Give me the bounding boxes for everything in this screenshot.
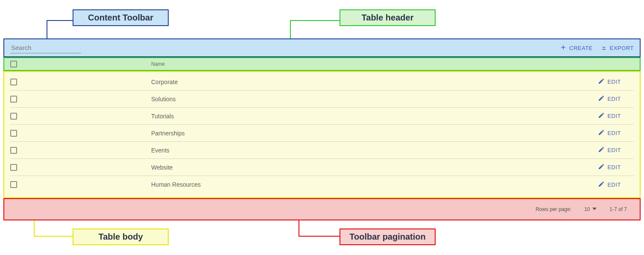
row-check-cell [10,113,151,120]
row-checkbox[interactable] [10,181,17,188]
callout-header: Table header [340,9,436,26]
select-all-checkbox[interactable] [10,61,17,67]
row-checkbox[interactable] [10,96,17,103]
edit-button[interactable]: EDIT [598,112,634,120]
table-body: CorporateEDITSolutionsEDITTutorialsEDITP… [3,71,641,198]
table-row[interactable]: WebsiteEDIT [10,159,634,176]
row-name: Website [151,164,598,171]
edit-label: EDIT [607,113,621,119]
callout-body: Table body [73,229,169,245]
pencil-icon [598,181,605,189]
table-row[interactable]: PartnershipsEDIT [10,125,634,142]
row-check-cell [10,96,151,103]
data-table-card: CREATE EXPORT Name CorporateEDITSolution… [3,38,641,220]
edit-label: EDIT [607,96,621,102]
edit-button[interactable]: EDIT [598,181,634,189]
row-checkbox[interactable] [10,79,17,85]
create-button[interactable]: CREATE [560,44,593,52]
table-row[interactable]: SolutionsEDIT [10,91,634,108]
pencil-icon [598,95,605,103]
svg-marker-2 [592,208,597,210]
edit-label: EDIT [607,164,621,170]
pencil-icon [598,78,605,86]
table-row[interactable]: TutorialsEDIT [10,108,634,125]
table-row[interactable]: EventsEDIT [10,142,634,159]
search-input[interactable] [10,42,81,53]
column-header-name[interactable]: Name [151,61,165,67]
row-checkbox[interactable] [10,113,17,120]
row-checkbox[interactable] [10,147,17,154]
row-checkbox[interactable] [10,164,17,171]
row-name: Human Resources [151,181,598,188]
row-name: Tutorials [151,113,598,120]
search-wrap [10,42,552,53]
edit-button[interactable]: EDIT [598,129,634,137]
row-checkbox[interactable] [10,130,17,137]
rows-per-page-label: Rows per page: [536,206,571,212]
edit-button[interactable]: EDIT [598,95,634,103]
row-check-cell [10,147,151,154]
create-label: CREATE [569,45,593,51]
callout-toolbar: Content Toolbar [73,9,169,26]
toolbar-pagination: Rows per page: 10 1-7 of 7 [3,198,641,220]
rows-per-page-select[interactable]: 10 [584,206,597,212]
edit-button[interactable]: EDIT [598,78,634,86]
pencil-icon [598,129,605,137]
callout-pagination: Toolbar pagination [340,229,436,245]
caret-down-icon [592,206,597,212]
pencil-icon [598,163,605,171]
table-header: Name [3,57,641,71]
rows-per-page-value: 10 [584,206,590,212]
edit-button[interactable]: EDIT [598,163,634,171]
export-label: EXPORT [610,45,634,51]
pencil-icon [598,146,605,154]
pagination-range: 1-7 of 7 [609,206,627,212]
row-check-cell [10,79,151,85]
edit-button[interactable]: EDIT [598,146,634,154]
row-name: Corporate [151,79,598,85]
row-check-cell [10,181,151,188]
row-check-cell [10,130,151,137]
export-button[interactable]: EXPORT [600,44,634,52]
plus-icon [560,44,567,52]
edit-label: EDIT [607,79,621,85]
edit-label: EDIT [607,130,621,136]
pencil-icon [598,112,605,120]
content-toolbar: CREATE EXPORT [3,38,641,57]
edit-label: EDIT [607,147,621,153]
row-check-cell [10,164,151,171]
row-name: Events [151,147,598,154]
row-name: Solutions [151,96,598,103]
download-icon [600,44,607,52]
row-name: Partnerships [151,130,598,137]
table-row[interactable]: Human ResourcesEDIT [10,176,634,193]
edit-label: EDIT [607,182,621,188]
table-row[interactable]: CorporateEDIT [10,73,634,91]
